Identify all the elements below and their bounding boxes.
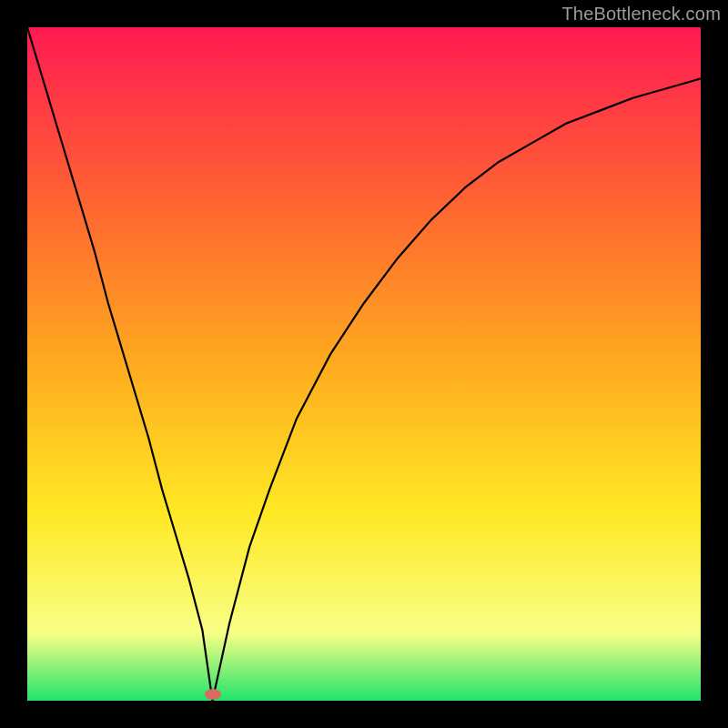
minimum-marker (205, 689, 221, 700)
bottleneck-curve (27, 27, 701, 701)
curve-layer (27, 27, 701, 701)
chart-frame: TheBottleneck.com (0, 0, 728, 728)
plot-area (27, 27, 701, 701)
watermark-text: TheBottleneck.com (561, 4, 721, 25)
